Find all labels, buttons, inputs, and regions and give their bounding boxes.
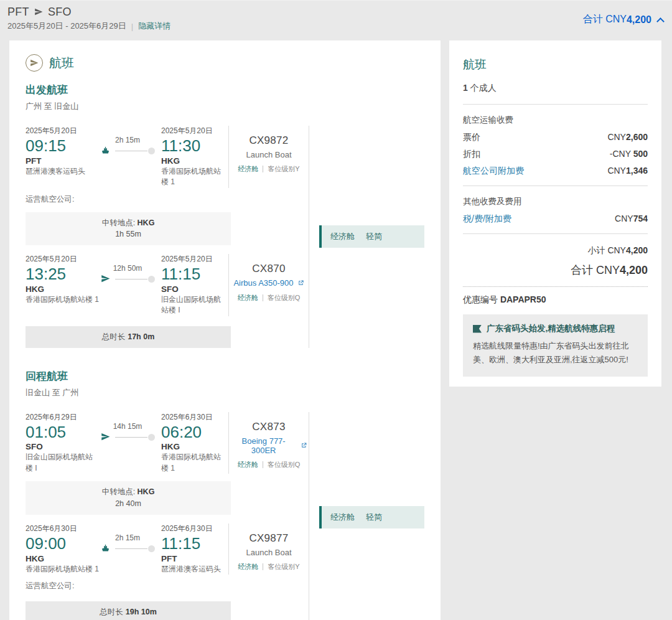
dep-code: HKG [26, 284, 99, 294]
dep-time: 13:25 [26, 265, 99, 284]
amount: 500 [633, 149, 648, 159]
collapse-total-button[interactable]: 合计 CNY4,200 [583, 13, 663, 26]
arrival-endpoint: 2025年5月20日 11:15 SFO 旧金山国际机场航站楼 I [161, 254, 223, 316]
arr-code: PFT [161, 554, 223, 563]
booking-class: 客位级别Q [268, 293, 301, 303]
outbound-subtitle: 广州 至 旧金山 [26, 101, 424, 112]
trip-summary-left: PFT SFO 2025年5月20日 - 2025年6月29日 | 隐藏详情 [7, 6, 170, 32]
discount-label: 折扣 [463, 149, 480, 160]
dep-code: HKG [26, 554, 99, 563]
arrival-endpoint: 2025年6月30日 06:20 HKG 香港国际机场航站楼 1 [161, 412, 223, 474]
flights-card-header: 航班 [26, 54, 424, 72]
flight-segment: 2025年5月20日 09:15 PFT 琶洲港澳客运码头 2h 15m [26, 126, 309, 188]
timeline-dot [148, 276, 155, 283]
total-duration-bar: 总时长19h 10m [26, 601, 231, 620]
timeline-line [115, 437, 147, 438]
flights-card: 航班 出发航班 广州 至 旧金山 2025年5月20日 09:15 PFT [9, 40, 441, 620]
arr-airport: 琶洲港澳客运码头 [161, 564, 223, 575]
total-duration-value: 19h 10m [126, 608, 157, 616]
flight-segment: 2025年6月30日 09:00 HKG 香港国际机场航站楼 1 2h 15m [26, 524, 309, 575]
hide-details-link[interactable]: 隐藏详情 [138, 21, 170, 32]
operating-carrier-label: 运营航空公司: [26, 194, 309, 205]
arr-date: 2025年6月30日 [161, 524, 223, 534]
fee-row: 折扣 -CNY 500 [463, 149, 648, 160]
booking-class: 客位级别Q [268, 460, 301, 469]
fare-column: 经济舱 轻简 [309, 412, 424, 620]
booking-class: 客位级别Y [268, 164, 299, 174]
external-link-icon [297, 279, 304, 286]
dep-airport: 旧金山国际机场航站楼 I [26, 452, 99, 474]
cabin-line: 经济舱 客位级别Y [230, 164, 307, 174]
divider [263, 166, 263, 172]
dep-time: 09:15 [26, 137, 99, 156]
currency: CNY [607, 166, 626, 176]
currency: CNY [615, 214, 633, 223]
departure-endpoint: 2025年5月20日 09:15 PFT 琶洲港澳客运码头 [26, 126, 99, 188]
equipment-name: Launch Boat [230, 150, 307, 159]
transfer-code: HKG [138, 218, 155, 227]
boat-icon [100, 543, 111, 555]
total-duration-label: 总时长 [100, 608, 123, 616]
inbound-subtitle: 旧金山 至 广州 [26, 387, 424, 398]
trip-summary-bar: PFT SFO 2025年5月20日 - 2025年6月29日 | 隐藏详情 合… [0, 1, 672, 40]
origin-code: PFT [7, 6, 29, 19]
segment-timeline: 12h 50m [99, 273, 156, 289]
departure-endpoint: 2025年6月29日 01:05 SFO 旧金山国际机场航站楼 I [26, 412, 99, 474]
grand-total-label: 合计 CNY [571, 264, 620, 276]
fee-row: 航空公司附加费 CNY1,346 [463, 166, 648, 177]
cabin-class: 经济舱 [238, 164, 258, 174]
promo-banner-body: 精选航线限量特惠!由广东省码头出发前往北美、欧洲、澳大利亚及亚洲,往返立减500… [473, 339, 638, 367]
aircraft-link[interactable]: Airbus A350-900 [233, 278, 304, 288]
content-area: 航班 出发航班 广州 至 旧金山 2025年5月20日 09:15 PFT [0, 40, 672, 620]
divider [263, 461, 263, 468]
timeline-line [115, 279, 147, 279]
currency: CNY [607, 132, 626, 142]
arr-time: 11:30 [161, 137, 223, 156]
fare-cabin: 经济舱 [330, 512, 355, 523]
arr-time: 11:15 [161, 535, 223, 553]
amount: 2,600 [626, 132, 648, 142]
trip-route: PFT SFO [7, 6, 170, 19]
segment-duration: 2h 15m [115, 533, 140, 542]
arr-date: 2025年5月20日 [161, 126, 223, 136]
flight-info-column: CX9877 Launch Boat 经济舱 客位级别Y [228, 524, 309, 575]
arr-airport: 香港国际机场航站楼 1 [161, 166, 223, 188]
arrival-endpoint: 2025年5月20日 11:30 HKG 香港国际机场航站楼 1 [161, 126, 223, 188]
subtotal-label: 小计 CNY [588, 245, 626, 255]
cabin-line: 经济舱 客位级别Y [230, 562, 307, 571]
external-link-icon [301, 442, 307, 449]
flight-segment: 2025年6月29日 01:05 SFO 旧金山国际机场航站楼 I 14h 15… [26, 412, 309, 474]
fee-row: 税/费/附加费 CNY754 [463, 214, 648, 225]
dep-airport: 香港国际机场航站楼 1 [26, 564, 99, 575]
segment-duration: 14h 15m [113, 422, 142, 431]
arrival-endpoint: 2025年6月30日 11:15 PFT 琶洲港澳客运码头 [161, 524, 223, 575]
arr-code: SFO [161, 284, 223, 294]
fare-cabin: 经济舱 [330, 231, 355, 242]
transfer-code: HKG [138, 487, 155, 496]
cabin-line: 经济舱 客位级别Q [230, 460, 307, 469]
promo-banner-title: 广东省码头始发,精选航线特惠启程 [487, 323, 615, 334]
divider [263, 294, 263, 301]
dep-date: 2025年6月30日 [26, 524, 99, 534]
timeline-line [115, 548, 147, 549]
fare-brand: 轻简 [366, 512, 382, 523]
arr-airport: 香港国际机场航站楼 1 [161, 452, 223, 474]
trip-dates: 2025年5月20日 - 2025年6月29日 [7, 21, 126, 32]
transfer-duration: 2h 40m [29, 498, 227, 510]
subtotal-row: 小计 CNY4,200 [463, 245, 648, 256]
dep-airport: 香港国际机场航站楼 1 [26, 294, 99, 305]
flight-segment: 2025年5月20日 13:25 HKG 香港国际机场航站楼 1 12h 50m [26, 254, 309, 316]
cabin-line: 经济舱 客位级别Q [230, 293, 307, 303]
fare-brand-chip: 经济舱 轻简 [319, 506, 424, 528]
plane-circle-icon [26, 54, 43, 72]
promo-code-row: 优惠编号 DAPAPR50 [463, 294, 648, 306]
total-duration-bar: 总时长17h 0m [26, 326, 231, 348]
arr-airport: 旧金山国际机场航站楼 I [161, 294, 223, 316]
aircraft-link[interactable]: Boeing 777-300ER [230, 436, 307, 455]
boat-icon [100, 146, 111, 157]
outbound-direction: 出发航班 广州 至 旧金山 2025年5月20日 09:15 PFT 琶洲港澳客… [26, 83, 424, 348]
inbound-title: 回程航班 [26, 369, 424, 383]
taxes-fees-link[interactable]: 税/费/附加费 [463, 214, 511, 225]
flight-info-column: CX870 Airbus A350-900 经济舱 客位级别Q [228, 254, 309, 316]
carrier-surcharge-link[interactable]: 航空公司附加费 [463, 166, 524, 177]
